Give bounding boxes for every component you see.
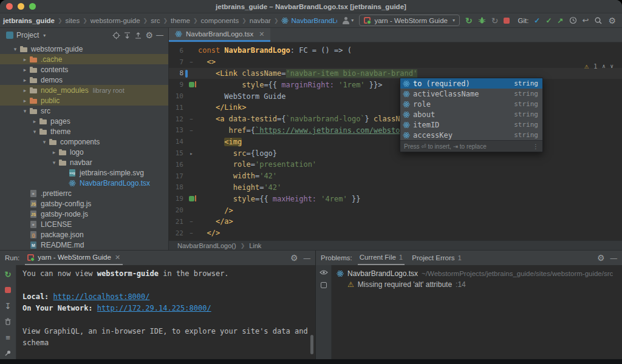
close-run-tab-icon[interactable]: ✕ bbox=[115, 254, 120, 261]
soft-wrap-button[interactable]: ≡ bbox=[3, 332, 13, 342]
hide-panel-button[interactable]: — bbox=[156, 31, 163, 39]
fold-marker-icon[interactable]: − bbox=[185, 228, 198, 239]
tree-chevron-icon[interactable]: ▾ bbox=[30, 129, 39, 135]
run-configuration-select[interactable]: yarn - WebStorm Guide ▾ bbox=[359, 15, 460, 26]
breadcrumb-active-file[interactable]: NavbarBrandLogo.tsx bbox=[279, 17, 337, 24]
code-line-22[interactable]: 22− </> bbox=[169, 228, 622, 239]
console-link[interactable]: http://localhost:8000/ bbox=[53, 292, 150, 301]
code-line-13[interactable]: 13− href={`https://www.jetbrains.com/web… bbox=[169, 125, 622, 136]
code-line-20[interactable]: 20 /> bbox=[169, 204, 622, 216]
tree-item-public[interactable]: ▸public bbox=[0, 95, 168, 106]
tree-item-src[interactable]: ▾src bbox=[0, 106, 168, 116]
gutter-marker-icon[interactable] bbox=[185, 79, 198, 90]
tree-item-jetbrains-simple-svg[interactable]: svgjetbrains-simple.svg bbox=[0, 167, 168, 178]
code-line-6[interactable]: 6const NavbarBrandLogo: FC = () => ( bbox=[169, 45, 622, 56]
close-tab-icon[interactable]: ✕ bbox=[259, 30, 264, 38]
fold-marker-icon[interactable]: − bbox=[185, 216, 198, 228]
code-line-11[interactable]: 11 </Link> bbox=[169, 102, 622, 113]
settings-button[interactable]: ⚙ bbox=[608, 16, 616, 25]
tree-item-gatsby-node-js[interactable]: JSgatsby-node.js bbox=[0, 209, 168, 219]
completion-item-about[interactable]: aboutstring bbox=[400, 109, 542, 120]
console-scrollbar[interactable] bbox=[310, 335, 313, 354]
tree-item-gatsby-config-js[interactable]: JSgatsby-config.js bbox=[0, 198, 168, 209]
run-settings-button[interactable]: ⚙ bbox=[290, 253, 298, 263]
fold-marker-icon[interactable]: − bbox=[185, 56, 198, 68]
user-menu-button[interactable]: ▾ bbox=[342, 17, 354, 24]
tab-project-errors[interactable]: Project Errors 1 bbox=[410, 251, 463, 265]
preview-toggle-button[interactable] bbox=[320, 269, 328, 275]
console-link[interactable]: http://172.29.14.225:8000/ bbox=[97, 304, 211, 312]
clear-console-button[interactable] bbox=[3, 317, 13, 326]
chevron-down-icon[interactable]: ▾ bbox=[43, 33, 46, 38]
tree-item-logo[interactable]: ▸logo bbox=[0, 147, 168, 157]
next-problem-button[interactable]: ∨ bbox=[610, 63, 613, 69]
problem-file-row[interactable]: NavbarBrandLogo.tsx ~/WebstormProjects/j… bbox=[337, 269, 617, 278]
tree-item-license[interactable]: ≡LICENSE bbox=[0, 219, 168, 229]
rollback-button[interactable]: ↩ bbox=[583, 16, 589, 24]
tree-chevron-icon[interactable]: ▸ bbox=[21, 67, 29, 73]
code-line-16[interactable]: 16 role='presentation' bbox=[169, 159, 622, 170]
run-console[interactable]: You can now view webstorm-guide in the b… bbox=[16, 265, 315, 359]
completion-item-to[interactable]: to(required)string bbox=[400, 78, 542, 89]
editor-tab-navbarbrandlogo[interactable]: NavbarBrandLogo.tsx ✕ bbox=[169, 28, 270, 42]
editor-breadcrumb-link[interactable]: Link bbox=[249, 242, 261, 249]
code-line-14[interactable]: 14 <img bbox=[169, 136, 622, 147]
close-window-button[interactable] bbox=[6, 3, 13, 10]
tree-chevron-icon[interactable]: ▸ bbox=[21, 87, 29, 93]
run-tab[interactable]: yarn - WebStorm Guide ✕ bbox=[25, 251, 123, 265]
gutter-marker-icon[interactable] bbox=[185, 193, 198, 204]
debug-button[interactable] bbox=[478, 16, 486, 24]
tree-item-demos[interactable]: ▸demos bbox=[0, 75, 168, 85]
code-line-15[interactable]: 15▸ src={logo} bbox=[169, 147, 622, 159]
push-button[interactable]: ↗ bbox=[557, 17, 563, 24]
tree-item-pages[interactable]: ▸pages bbox=[0, 116, 168, 126]
tree-item-node-modules[interactable]: ▸node_moduleslibrary root bbox=[0, 85, 168, 95]
history-button[interactable] bbox=[569, 16, 577, 24]
run-button[interactable]: ↻ bbox=[465, 16, 473, 25]
update-project-button[interactable]: ✓ bbox=[534, 17, 540, 24]
fold-marker-icon[interactable]: − bbox=[185, 113, 198, 125]
tree-item-components[interactable]: ▾components bbox=[0, 136, 168, 147]
tree-item-navbar[interactable]: ▾navbar bbox=[0, 157, 168, 167]
breadcrumb-jetbrains-guide[interactable]: jetbrains_guide bbox=[1, 17, 56, 24]
breadcrumb-webstorm-guide[interactable]: webstorm-guide bbox=[89, 17, 142, 24]
code-line-7[interactable]: 7− <> bbox=[169, 56, 622, 68]
tree-item-theme[interactable]: ▾theme bbox=[0, 126, 168, 136]
breadcrumb-theme[interactable]: theme bbox=[169, 17, 192, 24]
collapse-all-button[interactable] bbox=[134, 32, 142, 39]
tab-current-file[interactable]: Current File 1 bbox=[358, 251, 405, 265]
tree-item-cache[interactable]: ▸.cache bbox=[0, 54, 168, 64]
tree-chevron-icon[interactable]: ▾ bbox=[50, 160, 58, 166]
inspection-widget[interactable]: ⚠ 1 ∧ ∨ bbox=[584, 62, 613, 70]
hide-problems-panel-button[interactable]: — bbox=[610, 254, 618, 261]
code-line-9[interactable]: 9 style={{ marginRight: '1rem' }}> bbox=[169, 79, 622, 90]
group-by-button[interactable] bbox=[321, 282, 327, 288]
scroll-to-end-button[interactable]: ↧ bbox=[3, 301, 13, 311]
fold-marker-icon[interactable]: − bbox=[185, 125, 198, 136]
tree-chevron-icon[interactable]: ▸ bbox=[30, 118, 39, 124]
select-opened-file-button[interactable] bbox=[112, 32, 120, 39]
previous-problem-button[interactable]: ∧ bbox=[602, 63, 605, 69]
stop-process-button[interactable] bbox=[3, 285, 13, 295]
project-settings-button[interactable]: ⚙ bbox=[145, 30, 153, 40]
tree-chevron-icon[interactable]: ▸ bbox=[21, 98, 29, 104]
code-line-10[interactable]: 10 WebStorm Guide bbox=[169, 90, 622, 102]
breadcrumb-sites[interactable]: sites bbox=[64, 17, 82, 24]
tree-item-contents[interactable]: ▸contents bbox=[0, 64, 168, 75]
tree-chevron-icon[interactable]: ▾ bbox=[21, 108, 29, 114]
code-line-19[interactable]: 19 style={{ maxHeight: '4rem' }} bbox=[169, 193, 622, 204]
breadcrumb-navbar[interactable]: navbar bbox=[248, 17, 273, 24]
code-line-21[interactable]: 21− </a> bbox=[169, 216, 622, 228]
tree-item-webstorm-guide[interactable]: ▾webstorm-guide bbox=[0, 44, 168, 54]
tree-chevron-icon[interactable]: ▾ bbox=[11, 46, 19, 52]
completion-item-itemid[interactable]: itemIDstring bbox=[400, 120, 542, 130]
completion-item-accesskey[interactable]: accessKeystring bbox=[400, 130, 542, 140]
pin-tab-button[interactable] bbox=[3, 348, 13, 358]
editor-breadcrumb-navbarbrandlogo[interactable]: NavbarBrandLogo() bbox=[177, 242, 236, 249]
tree-item-prettierrc[interactable]: ≡.prettierrc bbox=[0, 188, 168, 198]
tree-item-navbarbrandlogo-tsx[interactable]: NavbarBrandLogo.tsx bbox=[0, 178, 168, 188]
rerun-button[interactable]: ↻ bbox=[3, 269, 13, 279]
breadcrumb-src[interactable]: src bbox=[149, 17, 162, 24]
code-line-12[interactable]: 12− <a data-testid={`navbarbrand-logo`} … bbox=[169, 113, 622, 125]
code-line-8[interactable]: 8 <Link className='navbar-item bio-navba… bbox=[169, 68, 622, 79]
